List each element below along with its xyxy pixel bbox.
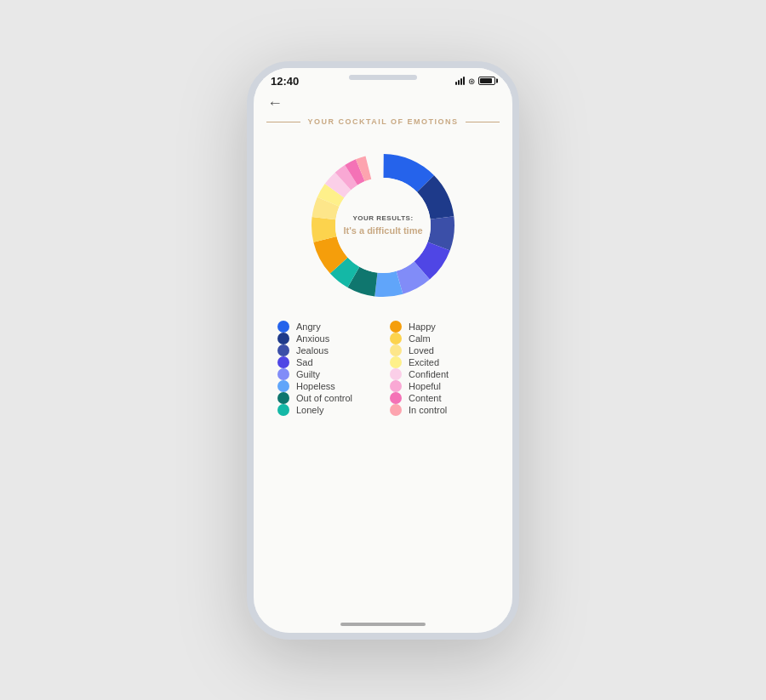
confident-dot bbox=[390, 368, 402, 380]
guilty-dot bbox=[277, 368, 289, 380]
hopeless-label: Hopeless bbox=[296, 381, 335, 391]
confident-label: Confident bbox=[409, 369, 449, 379]
guilty-label: Guilty bbox=[296, 369, 320, 379]
phone-screen: 12:40 ⊛ ← bbox=[254, 68, 512, 633]
in-control-dot bbox=[390, 404, 402, 416]
list-item: Sad bbox=[277, 356, 376, 368]
wifi-icon: ⊛ bbox=[468, 77, 475, 86]
chart-container: YOUR RESULTS: It's a difficult time bbox=[254, 134, 512, 321]
notch bbox=[349, 75, 417, 80]
legend-container: Angry Anxious Jealous Sad bbox=[254, 321, 512, 617]
signal-bar-3 bbox=[460, 78, 462, 85]
list-item: In control bbox=[390, 404, 489, 416]
sad-label: Sad bbox=[296, 357, 313, 367]
title-line-left bbox=[266, 122, 300, 122]
happy-dot bbox=[390, 321, 402, 333]
page-title-section: YOUR COCKTAIL OF EMOTIONS bbox=[254, 116, 512, 134]
battery-icon bbox=[478, 77, 495, 85]
hopeful-label: Hopeful bbox=[409, 381, 441, 391]
signal-bar-1 bbox=[455, 82, 457, 85]
list-item: Calm bbox=[390, 333, 489, 344]
content-dot bbox=[390, 392, 402, 404]
list-item: Lonely bbox=[277, 404, 376, 416]
excited-dot bbox=[390, 356, 402, 368]
lonely-label: Lonely bbox=[296, 405, 323, 415]
phone-frame: 12:40 ⊛ ← bbox=[247, 61, 519, 640]
list-item: Happy bbox=[390, 321, 489, 333]
jealous-label: Jealous bbox=[296, 345, 329, 356]
loved-label: Loved bbox=[409, 345, 434, 356]
list-item: Hopeless bbox=[277, 380, 376, 392]
anxious-dot bbox=[277, 333, 289, 344]
home-indicator bbox=[254, 617, 512, 633]
results-label: YOUR RESULTS: bbox=[336, 214, 430, 222]
calm-label: Calm bbox=[409, 333, 431, 344]
out-of-control-dot bbox=[277, 392, 289, 404]
page-title: YOUR COCKTAIL OF EMOTIONS bbox=[307, 117, 458, 128]
battery-fill bbox=[480, 78, 492, 83]
home-bar bbox=[340, 623, 426, 626]
title-line-right bbox=[466, 122, 500, 122]
list-item: Hopeful bbox=[390, 380, 489, 392]
happy-label: Happy bbox=[409, 322, 436, 332]
angry-label: Angry bbox=[296, 322, 321, 332]
list-item: Excited bbox=[390, 356, 489, 368]
phone-wrapper: 12:40 ⊛ ← bbox=[247, 61, 519, 640]
in-control-label: In control bbox=[409, 405, 447, 415]
list-item: Angry bbox=[277, 321, 376, 333]
donut-chart: YOUR RESULTS: It's a difficult time bbox=[298, 140, 468, 310]
list-item: Loved bbox=[390, 344, 489, 356]
list-item: Confident bbox=[390, 368, 489, 380]
nav-bar: ← bbox=[254, 91, 512, 116]
list-item: Jealous bbox=[277, 344, 376, 356]
calm-dot bbox=[390, 333, 402, 344]
back-button[interactable]: ← bbox=[267, 94, 283, 112]
hopeless-dot bbox=[277, 380, 289, 392]
signal-icon bbox=[455, 77, 465, 85]
content-label: Content bbox=[409, 393, 442, 403]
results-value: It's a difficult time bbox=[343, 225, 422, 236]
status-time: 12:40 bbox=[271, 75, 299, 88]
signal-bar-4 bbox=[463, 77, 465, 85]
list-item: Anxious bbox=[277, 333, 376, 344]
legend-right-col: Happy Calm Loved Excited bbox=[390, 321, 489, 617]
loved-dot bbox=[390, 344, 402, 356]
lonely-dot bbox=[277, 404, 289, 416]
signal-bar-2 bbox=[458, 80, 460, 85]
jealous-dot bbox=[277, 344, 289, 356]
status-icons: ⊛ bbox=[455, 77, 495, 86]
donut-center-text: YOUR RESULTS: It's a difficult time bbox=[336, 214, 430, 237]
list-item: Guilty bbox=[277, 368, 376, 380]
anxious-label: Anxious bbox=[296, 333, 329, 344]
status-bar: 12:40 ⊛ bbox=[254, 68, 512, 91]
hopeful-dot bbox=[390, 380, 402, 392]
angry-dot bbox=[277, 321, 289, 333]
list-item: Out of control bbox=[277, 392, 376, 404]
excited-label: Excited bbox=[409, 357, 439, 367]
out-of-control-label: Out of control bbox=[296, 393, 352, 403]
sad-dot bbox=[277, 356, 289, 368]
list-item: Content bbox=[390, 392, 489, 404]
legend-left-col: Angry Anxious Jealous Sad bbox=[277, 321, 376, 617]
